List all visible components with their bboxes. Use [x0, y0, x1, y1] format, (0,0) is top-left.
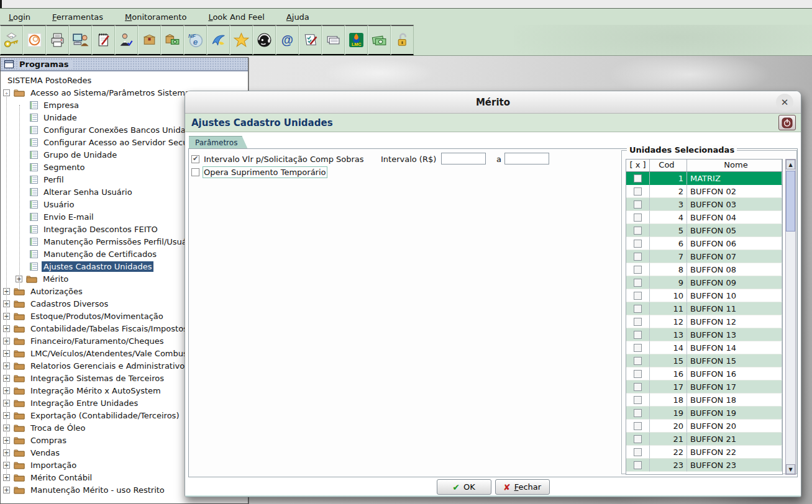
table-row[interactable]: 5BUFFON 05: [626, 224, 782, 237]
toolbar-target-ring-button[interactable]: [23, 25, 46, 55]
table-row[interactable]: 19BUFFON 19: [626, 407, 782, 420]
ok-button[interactable]: ✔ OK: [437, 479, 491, 495]
toolbar-printer-button[interactable]: [46, 25, 69, 55]
row-checkbox[interactable]: [634, 174, 642, 182]
toolbar-cards-button[interactable]: [322, 25, 345, 55]
table-row[interactable]: 6BUFFON 06: [626, 237, 782, 250]
tab-parametros[interactable]: Parâmetros: [189, 136, 247, 148]
table-row[interactable]: 9BUFFON 09: [626, 276, 782, 289]
row-checkbox[interactable]: [634, 214, 642, 222]
toolbar-workstation-button[interactable]: [69, 25, 92, 55]
toolbar-notepad-button[interactable]: [92, 25, 115, 55]
table-scrollbar[interactable]: ▲ ▼: [785, 159, 796, 475]
table-row[interactable]: 21BUFFON 21: [626, 433, 782, 446]
tree-item-label: Mérito: [41, 274, 70, 284]
toolbar-support-headset-button[interactable]: [253, 25, 276, 55]
table-row[interactable]: 14BUFFON 14: [626, 341, 782, 354]
table-row[interactable]: 22BUFFON 22: [626, 446, 782, 459]
scrollbar-thumb[interactable]: [786, 171, 795, 232]
table-row[interactable]: 1MATRIZ: [626, 172, 782, 185]
tree-item-label: Segmento: [42, 162, 86, 173]
row-checkbox[interactable]: [634, 396, 642, 404]
row-checkbox[interactable]: [634, 448, 642, 456]
package-icon: [141, 32, 158, 48]
menu-item-ajuda[interactable]: Ajuda: [284, 11, 312, 23]
toolbar-nfe-button[interactable]: NFe: [184, 25, 207, 55]
toolbar-user-check-button[interactable]: [115, 25, 138, 55]
toolbar-money-notes-button[interactable]: [368, 25, 391, 55]
row-checkbox[interactable]: [634, 240, 642, 248]
row-checkbox[interactable]: [634, 200, 642, 209]
table-row[interactable]: 7BUFFON 07: [626, 250, 782, 263]
table-row[interactable]: 15BUFFON 15: [626, 354, 782, 367]
row-checkbox[interactable]: [634, 253, 642, 261]
row-checkbox[interactable]: [634, 422, 642, 430]
toolbar-package-money-button[interactable]: [161, 25, 184, 55]
intervalo-checkbox[interactable]: [191, 155, 199, 163]
unidades-table: [ x ]CodNome 1MATRIZ2BUFFON 023BUFFON 03…: [626, 159, 783, 475]
programas-title: Programas: [18, 60, 72, 69]
suprimento-checkbox[interactable]: [191, 168, 199, 176]
scroll-down-icon[interactable]: ▼: [786, 464, 795, 474]
row-checkbox[interactable]: [634, 357, 642, 365]
table-row[interactable]: 17BUFFON 17: [626, 380, 782, 394]
fechar-button[interactable]: ✘ Fechar: [495, 479, 550, 495]
tree-item-label: Empresa: [42, 100, 81, 110]
row-checkbox[interactable]: [634, 305, 642, 313]
row-checkbox[interactable]: [634, 227, 642, 235]
row-checkbox[interactable]: [634, 409, 642, 417]
table-row[interactable]: 12BUFFON 12: [626, 315, 782, 328]
column-header-cod[interactable]: Cod: [650, 160, 687, 171]
table-row[interactable]: 10BUFFON 10: [626, 289, 782, 302]
table-row[interactable]: 13BUFFON 13: [626, 328, 782, 341]
exit-button[interactable]: [778, 115, 796, 130]
menu-item-login[interactable]: Login: [6, 11, 33, 23]
table-row[interactable]: 4BUFFON 04: [626, 211, 782, 224]
row-checkbox[interactable]: [634, 344, 642, 352]
row-checkbox[interactable]: [634, 461, 642, 469]
table-row[interactable]: 11BUFFON 11: [626, 302, 782, 315]
table-row[interactable]: 16BUFFON 16: [626, 367, 782, 380]
row-checkbox[interactable]: [634, 318, 642, 326]
column-header-nome[interactable]: Nome: [687, 160, 782, 171]
table-row[interactable]: 20BUFFON 20: [626, 420, 782, 433]
toolbar-swoosh-button[interactable]: [207, 25, 230, 55]
dialog-titlebar[interactable]: Mérito ✕: [185, 91, 801, 114]
toolbar-checklist-button[interactable]: [299, 25, 322, 55]
scroll-up-icon[interactable]: ▲: [786, 160, 795, 169]
table-row[interactable]: 18BUFFON 18: [626, 394, 782, 407]
program-icon: [30, 101, 38, 109]
row-checkbox[interactable]: [634, 266, 642, 274]
toolbar-package-button[interactable]: [138, 25, 161, 55]
toolbar-lmc-button[interactable]: LMC: [345, 25, 368, 55]
table-row[interactable]: 3BUFFON 03: [626, 198, 782, 211]
toolbar-at-sign-button[interactable]: @: [276, 25, 299, 55]
cell-nome: BUFFON 19: [687, 407, 782, 420]
row-checkbox[interactable]: [634, 331, 642, 339]
toolbar-star-button[interactable]: [230, 25, 253, 55]
menu-item-ferramentas[interactable]: Ferramentas: [50, 11, 106, 23]
row-checkbox[interactable]: [634, 383, 642, 391]
tree-item-sistema-postoredes[interactable]: SISTEMA PostoRedes: [1, 74, 248, 86]
toolbar-padlock-open-button[interactable]: [391, 25, 414, 55]
column-header-check[interactable]: [ x ]: [626, 160, 650, 171]
close-icon[interactable]: ✕: [776, 94, 793, 111]
expand-icon[interactable]: +: [3, 487, 10, 493]
row-checkbox[interactable]: [634, 435, 642, 443]
table-row[interactable]: 2BUFFON 02: [626, 185, 782, 198]
menu-item-look-and-feel[interactable]: Look And Feel: [206, 11, 267, 23]
interval-to-field[interactable]: [504, 153, 549, 164]
table-row[interactable]: 23BUFFON 23: [626, 459, 782, 472]
cell-cod: 10: [650, 289, 687, 302]
menu-item-monitoramento[interactable]: Monitoramento: [122, 11, 189, 23]
row-checkbox[interactable]: [634, 370, 642, 378]
row-checkbox[interactable]: [634, 292, 642, 300]
row-checkbox[interactable]: [634, 279, 642, 287]
interval-from-field[interactable]: [441, 153, 486, 164]
tree-item-label: Mérito Contábil: [29, 472, 94, 483]
table-row[interactable]: 8BUFFON 08: [626, 263, 782, 276]
row-checkbox[interactable]: [634, 187, 642, 196]
toolbar-login-key-button[interactable]: Log: [0, 25, 23, 55]
programas-titlebar[interactable]: Programas: [1, 58, 248, 71]
cell-nome: BUFFON 23: [687, 459, 782, 472]
